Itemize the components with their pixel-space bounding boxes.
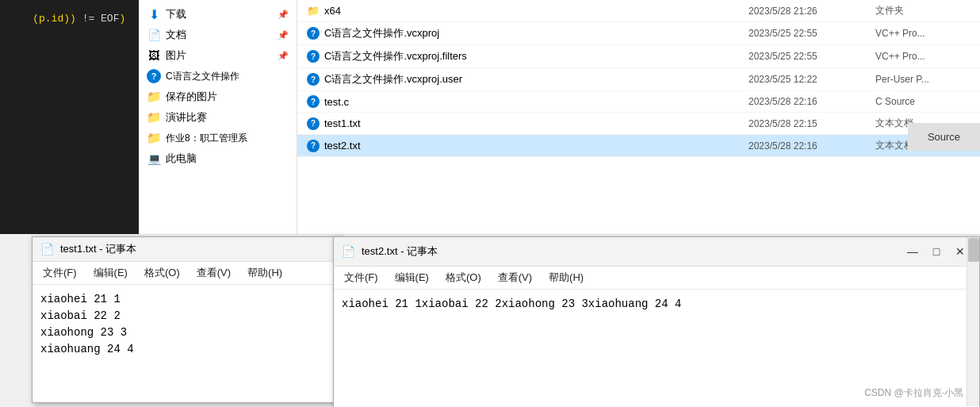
question-icon: ? bbox=[307, 73, 320, 86]
sidebar-item-label: 作业8：职工管理系 bbox=[166, 132, 247, 145]
code-line: (p.id)) != EOF) bbox=[0, 0, 139, 37]
pin-icon: 📌 bbox=[278, 51, 289, 61]
file-name: x64 bbox=[324, 5, 341, 17]
notepad1-menubar: 文件(F) 编辑(E) 格式(O) 查看(V) 帮助(H) bbox=[33, 262, 340, 285]
folder-icon: 📁 bbox=[147, 110, 161, 125]
file-type: VC++ Pro... bbox=[875, 51, 970, 62]
notepad2-icon: 📄 bbox=[342, 245, 355, 258]
notepad1-icon: 📄 bbox=[40, 243, 54, 255]
sidebar-item-saved-pictures[interactable]: 📁 保存的图片 bbox=[139, 86, 297, 107]
sidebar-item-download[interactable]: ⬇ 下载 📌 bbox=[139, 4, 297, 25]
file-name: C语言之文件操作.vcxproj.user bbox=[324, 72, 462, 86]
picture-icon: 🖼 bbox=[147, 48, 161, 63]
file-name: test.c bbox=[324, 96, 349, 108]
sidebar: ⬇ 下载 📌 📄 文档 📌 🖼 图片 📌 ? C语言之文件操作 📁 保存的图片 … bbox=[139, 0, 297, 234]
scrollbar[interactable] bbox=[967, 237, 979, 406]
code-editor: (p.id)) != EOF) bbox=[0, 0, 139, 234]
file-date: 2023/5/28 22:16 bbox=[748, 140, 875, 152]
file-row-test1-txt[interactable]: ? test1.txt 2023/5/28 22:15 文本文档 bbox=[297, 113, 980, 135]
file-type: C Source bbox=[875, 96, 970, 107]
menu-file2[interactable]: 文件(F) bbox=[338, 268, 385, 287]
notepad2-title: test2.txt - 记事本 bbox=[362, 244, 895, 259]
file-name: C语言之文件操作.vcxproj.filters bbox=[324, 49, 467, 63]
file-explorer: ⬇ 下载 📌 📄 文档 📌 🖼 图片 📌 ? C语言之文件操作 📁 保存的图片 … bbox=[139, 0, 980, 234]
menu-help[interactable]: 帮助(H) bbox=[241, 263, 289, 282]
notepad1-window: 📄 test1.txt - 记事本 文件(F) 编辑(E) 格式(O) 查看(V… bbox=[32, 236, 341, 403]
computer-icon: 💻 bbox=[147, 152, 161, 166]
file-type: Per-User P... bbox=[875, 74, 970, 85]
notepad2-window: 📄 test2.txt - 记事本 — □ ✕ 文件(F) 编辑(E) 格式(O… bbox=[333, 236, 980, 407]
file-name: test2.txt bbox=[324, 140, 361, 152]
file-name: C语言之文件操作.vcxproj bbox=[324, 26, 439, 40]
file-row-x64[interactable]: 📁 x64 2023/5/28 21:26 文件夹 bbox=[297, 0, 980, 22]
file-row-vcxproj-user[interactable]: ? C语言之文件操作.vcxproj.user 2023/5/25 12:22 … bbox=[297, 68, 980, 91]
pin-icon: 📌 bbox=[278, 30, 289, 40]
file-name: test1.txt bbox=[324, 117, 361, 129]
file-row-test2-txt[interactable]: ? test2.txt 2023/5/28 22:16 文本文档 bbox=[297, 135, 980, 157]
pin-icon: 📌 bbox=[278, 10, 289, 20]
minimize-button[interactable]: — bbox=[902, 242, 924, 261]
folder-icon: 📁 bbox=[147, 131, 161, 145]
folder-icon: 📁 bbox=[307, 5, 320, 17]
file-date: 2023/5/28 22:16 bbox=[748, 96, 875, 107]
sidebar-item-label: 保存的图片 bbox=[166, 90, 217, 104]
file-date: 2023/5/28 21:26 bbox=[748, 6, 875, 17]
file-type: VC++ Pro... bbox=[875, 28, 970, 39]
sidebar-item-this-pc[interactable]: 💻 此电脑 bbox=[139, 148, 297, 169]
menu-edit[interactable]: 编辑(E) bbox=[87, 263, 134, 282]
question-icon: ? bbox=[307, 27, 320, 40]
maximize-button[interactable]: □ bbox=[925, 242, 947, 261]
source-label: Source bbox=[908, 123, 980, 151]
file-row-vcxproj[interactable]: ? C语言之文件操作.vcxproj 2023/5/25 22:55 VC++ … bbox=[297, 22, 980, 45]
sidebar-item-lecture[interactable]: 📁 演讲比赛 bbox=[139, 107, 297, 128]
folder-icon: 📁 bbox=[147, 90, 161, 104]
notepad2-titlebar: 📄 test2.txt - 记事本 — □ ✕ bbox=[334, 237, 979, 267]
sidebar-item-c-file-ops[interactable]: ? C语言之文件操作 bbox=[139, 66, 297, 86]
menu-format[interactable]: 格式(O) bbox=[138, 263, 186, 282]
sidebar-item-label: 下载 bbox=[166, 7, 186, 21]
menu-edit2[interactable]: 编辑(E) bbox=[389, 268, 435, 287]
window-controls: — □ ✕ bbox=[902, 242, 971, 261]
file-date: 2023/5/25 22:55 bbox=[748, 51, 875, 62]
sidebar-item-label: 此电脑 bbox=[166, 152, 197, 166]
menu-file[interactable]: 文件(F) bbox=[36, 263, 83, 282]
sidebar-item-homework8[interactable]: 📁 作业8：职工管理系 bbox=[139, 128, 297, 148]
download-icon: ⬇ bbox=[147, 7, 161, 21]
file-date: 2023/5/28 22:15 bbox=[748, 118, 875, 129]
notepad1-content[interactable]: xiaohei 21 1 xiaobai 22 2 xiaohong 23 3 … bbox=[33, 285, 340, 364]
sidebar-item-label: C语言之文件操作 bbox=[166, 70, 239, 83]
document-icon: 📄 bbox=[147, 28, 161, 42]
file-date: 2023/5/25 22:55 bbox=[748, 28, 875, 39]
sidebar-item-documents[interactable]: 📄 文档 📌 bbox=[139, 25, 297, 45]
scrollbar-thumb[interactable] bbox=[968, 238, 979, 262]
question-icon: ? bbox=[307, 95, 320, 108]
file-row-test-c[interactable]: ? test.c 2023/5/28 22:16 C Source bbox=[297, 91, 980, 113]
menu-view[interactable]: 查看(V) bbox=[190, 263, 237, 282]
question-icon: ? bbox=[147, 69, 161, 83]
file-type: 文件夹 bbox=[875, 4, 970, 17]
question-icon: ? bbox=[307, 117, 320, 130]
notepad1-title: test1.txt - 记事本 bbox=[60, 242, 332, 256]
question-icon: ? bbox=[307, 50, 320, 63]
file-row-vcxproj-filters[interactable]: ? C语言之文件操作.vcxproj.filters 2023/5/25 22:… bbox=[297, 45, 980, 68]
notepad1-titlebar: 📄 test1.txt - 记事本 bbox=[33, 237, 340, 262]
menu-help2[interactable]: 帮助(H) bbox=[542, 268, 590, 287]
question-icon: ? bbox=[307, 140, 320, 152]
notepad2-menubar: 文件(F) 编辑(E) 格式(O) 查看(V) 帮助(H) bbox=[334, 267, 979, 290]
sidebar-item-pictures[interactable]: 🖼 图片 📌 bbox=[139, 45, 297, 66]
sidebar-item-label: 演讲比赛 bbox=[166, 110, 207, 125]
menu-view2[interactable]: 查看(V) bbox=[492, 268, 538, 287]
sidebar-item-label: 图片 bbox=[166, 48, 186, 63]
sidebar-item-label: 文档 bbox=[166, 28, 186, 42]
file-list: 📁 x64 2023/5/28 21:26 文件夹 ? C语言之文件操作.vcx… bbox=[297, 0, 980, 234]
file-date: 2023/5/25 12:22 bbox=[748, 74, 875, 85]
csdn-watermark: CSDN @卡拉肖克·小黑 bbox=[864, 386, 963, 400]
menu-format2[interactable]: 格式(O) bbox=[439, 268, 488, 287]
